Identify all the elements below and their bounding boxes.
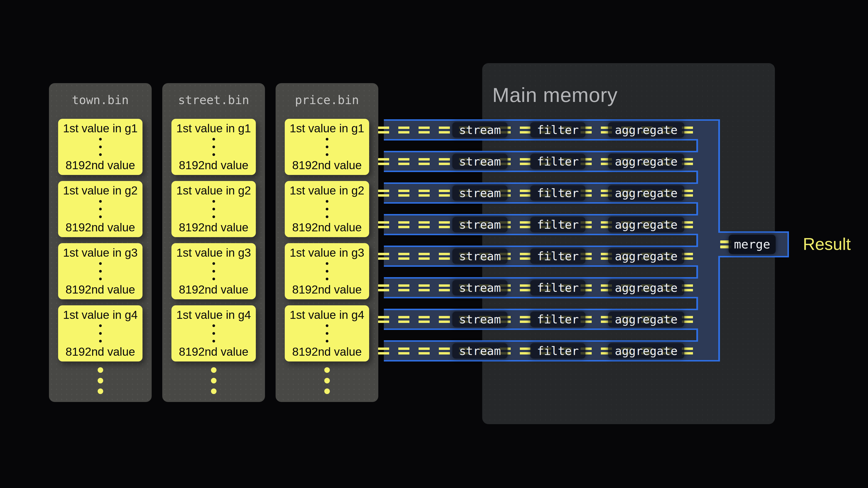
merge-connector: merge [718, 231, 789, 257]
pipeline-comb: stream filter aggregate stream filter ag… [384, 119, 794, 361]
vertical-ellipsis-icon [326, 135, 329, 159]
pipeline-divider [696, 139, 698, 152]
vertical-ellipsis-icon [212, 259, 215, 283]
stage-chip-filter: filter [530, 249, 585, 264]
pipeline-trunk-border [718, 257, 720, 361]
stage-chip-aggregate: aggregate [608, 122, 684, 138]
stage-chip-aggregate: aggregate [608, 249, 684, 264]
group-last-value-label: 8192nd value [292, 346, 362, 358]
stage-chip-filter: filter [530, 280, 585, 295]
stage-chip-merge: merge [728, 235, 776, 254]
value-group-box: 1st value in g4 8192nd value [58, 305, 143, 361]
file-column-street: street.bin 1st value in g1 8192nd value … [162, 83, 265, 402]
stage-chip-aggregate: aggregate [608, 217, 684, 232]
group-last-value-label: 8192nd value [292, 283, 362, 296]
value-group-box: 1st value in g1 8192nd value [172, 119, 256, 175]
group-last-value-label: 8192nd value [66, 159, 135, 171]
group-first-value-label: 1st value in g1 [289, 122, 364, 135]
stage-chip-stream: stream [452, 122, 507, 138]
group-first-value-label: 1st value in g3 [176, 247, 251, 259]
stage-chip-aggregate: aggregate [608, 154, 684, 169]
group-last-value-label: 8192nd value [66, 283, 135, 296]
vertical-ellipsis-icon [212, 197, 215, 221]
pipeline-row: stream filter aggregate [384, 151, 698, 172]
group-first-value-label: 1st value in g1 [63, 122, 138, 135]
stage-chip-aggregate: aggregate [608, 343, 684, 359]
pipeline-divider [696, 202, 698, 216]
more-groups-ellipsis-icon [162, 367, 265, 394]
group-first-value-label: 1st value in g1 [176, 122, 251, 135]
stage-chip-filter: filter [530, 343, 585, 359]
pipeline-divider [696, 171, 698, 184]
result-label: Result [803, 235, 850, 254]
vertical-ellipsis-icon [99, 197, 102, 221]
pipeline-row: stream filter aggregate [384, 119, 698, 140]
stage-chip-stream: stream [452, 343, 507, 359]
pipeline-divider [696, 265, 698, 279]
columnar-query-pipeline-diagram: Main memory town.bin 1st value in g1 819… [0, 0, 868, 488]
stage-chip-filter: filter [530, 185, 585, 201]
pipeline-row: stream filter aggregate [384, 340, 698, 361]
value-group-box: 1st value in g3 8192nd value [58, 243, 143, 299]
value-group-box: 1st value in g3 8192nd value [172, 243, 256, 299]
stage-chip-stream: stream [452, 185, 507, 201]
group-last-value-label: 8192nd value [179, 159, 248, 171]
pipeline-divider [696, 297, 698, 310]
stage-chip-aggregate: aggregate [608, 185, 684, 201]
value-group-box: 1st value in g1 8192nd value [285, 119, 369, 175]
pipeline-row: stream filter aggregate [384, 214, 698, 235]
pipeline-trunk [698, 119, 720, 361]
group-last-value-label: 8192nd value [292, 221, 362, 234]
vertical-ellipsis-icon [212, 321, 215, 346]
stage-chip-stream: stream [452, 312, 507, 327]
group-first-value-label: 1st value in g2 [176, 184, 251, 197]
file-name-label: price.bin [276, 94, 378, 106]
stage-chip-aggregate: aggregate [608, 312, 684, 327]
pipeline-trunk-border [718, 119, 720, 231]
file-name-label: town.bin [49, 94, 152, 106]
group-last-value-label: 8192nd value [179, 346, 248, 358]
vertical-ellipsis-icon [326, 259, 329, 283]
file-name-label: street.bin [162, 94, 265, 106]
vertical-ellipsis-icon [99, 259, 102, 283]
stage-chip-stream: stream [452, 154, 507, 169]
pipeline-row: stream filter aggregate [384, 246, 698, 267]
stage-chip-filter: filter [530, 154, 585, 169]
stage-chip-filter: filter [530, 312, 585, 327]
group-last-value-label: 8192nd value [66, 221, 135, 234]
more-groups-ellipsis-icon [49, 367, 152, 394]
stage-chip-filter: filter [530, 217, 585, 232]
vertical-ellipsis-icon [212, 135, 215, 159]
group-first-value-label: 1st value in g3 [289, 247, 364, 259]
main-memory-title: Main memory [492, 84, 618, 106]
file-column-town: town.bin 1st value in g1 8192nd value 1s… [49, 83, 152, 402]
stage-chip-filter: filter [530, 122, 585, 138]
pipeline-row: stream filter aggregate [384, 183, 698, 204]
stage-chip-aggregate: aggregate [608, 280, 684, 295]
stage-chip-stream: stream [452, 249, 507, 264]
group-first-value-label: 1st value in g2 [63, 184, 138, 197]
value-group-box: 1st value in g4 8192nd value [172, 305, 256, 361]
group-first-value-label: 1st value in g4 [289, 309, 364, 321]
group-last-value-label: 8192nd value [179, 221, 248, 234]
group-last-value-label: 8192nd value [179, 283, 248, 296]
more-groups-ellipsis-icon [276, 367, 378, 394]
stage-chip-stream: stream [452, 280, 507, 295]
vertical-ellipsis-icon [99, 321, 102, 346]
vertical-ellipsis-icon [326, 321, 329, 346]
group-first-value-label: 1st value in g4 [63, 309, 138, 321]
vertical-ellipsis-icon [326, 197, 329, 221]
value-group-box: 1st value in g1 8192nd value [58, 119, 143, 175]
group-last-value-label: 8192nd value [66, 346, 135, 358]
value-group-box: 1st value in g2 8192nd value [58, 181, 143, 237]
pipeline-row: stream filter aggregate [384, 277, 698, 298]
pipeline-divider [696, 234, 698, 247]
pipeline-row: stream filter aggregate [384, 309, 698, 330]
group-first-value-label: 1st value in g2 [289, 184, 364, 197]
file-column-price: price.bin 1st value in g1 8192nd value 1… [276, 83, 378, 402]
group-first-value-label: 1st value in g4 [176, 309, 251, 321]
value-group-box: 1st value in g3 8192nd value [285, 243, 369, 299]
stage-chip-stream: stream [452, 217, 507, 232]
value-group-box: 1st value in g2 8192nd value [285, 181, 369, 237]
vertical-ellipsis-icon [99, 135, 102, 159]
